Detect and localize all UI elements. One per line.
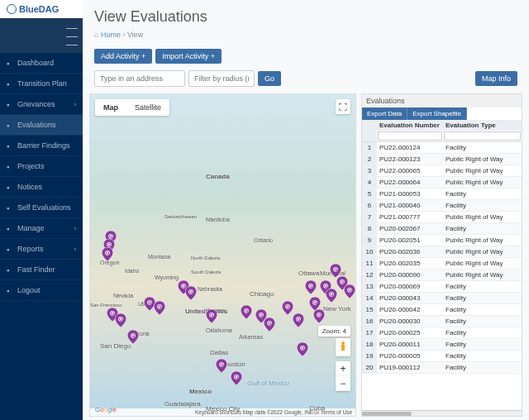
map-marker[interactable] — [344, 284, 355, 298]
nav-label: Projects — [17, 162, 45, 170]
col-evaluation-number[interactable]: Evaluation Number — [377, 120, 443, 131]
map-marker[interactable] — [305, 280, 317, 294]
nav-label: Evaluations — [17, 121, 56, 129]
nav-icon: ▪ — [7, 142, 13, 149]
nav-icon: ▪ — [7, 80, 13, 87]
nav-icon: ▪ — [7, 122, 13, 128]
map-country-label: Mexico — [189, 388, 212, 395]
add-activity-button[interactable]: Add Activity + — [94, 49, 152, 64]
sidebar-item-barrier-findings[interactable]: ▪Barrier Findings — [0, 136, 83, 156]
map-marker[interactable] — [326, 289, 337, 303]
cell-evaluation-number: PU20-002051 — [377, 235, 443, 246]
map-marker[interactable] — [216, 359, 227, 373]
zoom-control: + − — [336, 361, 350, 391]
chevron-right-icon: › — [74, 226, 76, 231]
table-row[interactable]: 16PU20-000030Facility — [362, 316, 522, 327]
logo[interactable]: BlueDAG — [0, 0, 83, 18]
svg-rect-1 — [341, 345, 345, 351]
cell-evaluation-type: Public Right of Way — [443, 246, 522, 257]
map-marker[interactable] — [185, 286, 197, 300]
breadcrumb-home[interactable]: Home — [101, 31, 121, 39]
sidebar-item-reports[interactable]: ▪Reports› — [0, 239, 83, 260]
sidebar-item-self-evaluations[interactable]: ▪Self Evaluations — [0, 198, 83, 218]
sidebar-item-dashboard[interactable]: ▪Dashboard — [0, 53, 83, 74]
fullscreen-button[interactable]: ⛶ — [336, 99, 350, 114]
export-shapefile-button[interactable]: Export Shapefile — [407, 107, 467, 120]
home-icon: ⌂ — [94, 31, 98, 39]
plus-icon: + — [141, 52, 145, 60]
map-info-button[interactable]: Map Info — [475, 71, 517, 86]
map-marker[interactable] — [154, 301, 165, 315]
table-row[interactable]: 5PU21-000053Facility — [362, 189, 522, 200]
map-marker[interactable] — [102, 247, 113, 261]
cell-evaluation-number: PU20-002067 — [377, 223, 443, 234]
nav-icon: ▪ — [7, 204, 13, 211]
map-marker[interactable] — [313, 309, 325, 323]
map-marker[interactable] — [231, 371, 242, 385]
map-marker[interactable] — [297, 342, 308, 356]
table-row[interactable]: 1PU22-000124Facility — [362, 142, 522, 154]
map-country-label: Canada — [206, 173, 230, 180]
table-row[interactable]: 2PU22-000123Public Right of Way — [362, 154, 522, 165]
filter-number-input[interactable] — [378, 131, 442, 141]
pegman-button[interactable] — [336, 338, 350, 356]
sidebar-item-evaluations[interactable]: ▪Evaluations — [0, 115, 83, 136]
export-data-button[interactable]: Export Data — [362, 107, 407, 120]
map-tab-map[interactable]: Map — [95, 99, 126, 116]
cell-evaluation-type: Facility — [443, 362, 522, 373]
sidebar-item-logout[interactable]: ▪Logout — [0, 280, 83, 301]
nav-icon: ▪ — [7, 184, 13, 190]
radius-input[interactable] — [188, 70, 255, 87]
sidebar-item-notices[interactable]: ▪Notices — [0, 177, 83, 198]
sidebar-item-grievances[interactable]: ▪Grievances› — [0, 94, 83, 115]
table-row[interactable]: 17PU20-000025Facility — [362, 327, 522, 339]
table-row[interactable]: 11PU20-002035Public Right of Way — [362, 258, 522, 270]
table-row[interactable]: 4PU22-000064Public Right of Way — [362, 177, 522, 189]
table-row[interactable]: 14PU20-000043Facility — [362, 293, 522, 304]
table-row[interactable]: 19PU20-000005Facility — [362, 351, 522, 362]
table-row[interactable]: 7PU21-000777Public Right of Way — [362, 212, 522, 223]
map-marker[interactable] — [115, 313, 126, 327]
table-row[interactable]: 9PU20-002051Public Right of Way — [362, 235, 522, 246]
table-row[interactable]: 13PU20-000069Facility — [362, 281, 522, 293]
table-body: 1PU22-000124Facility2PU22-000123Public R… — [362, 142, 522, 410]
horizontal-scrollbar[interactable] — [362, 410, 522, 416]
table-row[interactable]: 18PU20-000011Facility — [362, 339, 522, 351]
address-input[interactable] — [94, 70, 185, 87]
table-row[interactable]: 3PU22-000065Public Right of Way — [362, 165, 522, 177]
table-row[interactable]: 20PU19-000112Facility — [362, 362, 522, 374]
filter-type-input[interactable] — [444, 131, 521, 141]
cell-evaluation-number: PU22-000123 — [377, 154, 443, 165]
col-evaluation-type[interactable]: Evaluation Type — [443, 120, 522, 131]
map-marker[interactable] — [127, 330, 139, 344]
zoom-in-button[interactable]: + — [336, 361, 350, 376]
map-marker[interactable] — [293, 313, 304, 327]
cell-evaluation-type: Facility — [443, 339, 522, 350]
sidebar-item-transition-plan[interactable]: ▪Transition Plan — [0, 74, 83, 94]
zoom-label: Zoom: 4 — [318, 326, 350, 336]
go-button[interactable]: Go — [258, 71, 281, 86]
sidebar-item-projects[interactable]: ▪Projects — [0, 156, 83, 177]
page-title: View Evaluations — [83, 0, 529, 31]
map-marker[interactable] — [206, 309, 217, 323]
table-row[interactable]: 15PU20-000042Facility — [362, 304, 522, 316]
table-row[interactable]: 12PU20-000090Public Right of Way — [362, 270, 522, 281]
map-marker[interactable] — [241, 305, 252, 319]
table-row[interactable]: 10PU20-002036Public Right of Way — [362, 246, 522, 258]
breadcrumb: ⌂ Home › View — [83, 31, 529, 45]
table-row[interactable]: 8PU20-002067Facility — [362, 223, 522, 235]
nav-label: Transition Plan — [17, 79, 67, 88]
sidebar-item-fast-finder[interactable]: ▪Fast Finder — [0, 260, 83, 280]
hamburger-button[interactable] — [0, 18, 83, 53]
sidebar-item-manage[interactable]: ▪Manage› — [0, 218, 83, 239]
svg-point-0 — [341, 341, 345, 345]
map[interactable]: Map Satellite ⛶ Zoom: 4 + − Canada Unite… — [89, 93, 356, 417]
cell-evaluation-type: Facility — [443, 189, 522, 199]
map-tab-satellite[interactable]: Satellite — [126, 99, 169, 116]
table-row[interactable]: 6PU21-000040Facility — [362, 200, 522, 212]
import-activity-button[interactable]: Import Activity + — [155, 49, 222, 64]
map-marker[interactable] — [282, 301, 293, 315]
nav-label: Self Evaluations — [17, 203, 71, 212]
zoom-out-button[interactable]: − — [336, 376, 350, 391]
map-marker[interactable] — [264, 317, 275, 332]
